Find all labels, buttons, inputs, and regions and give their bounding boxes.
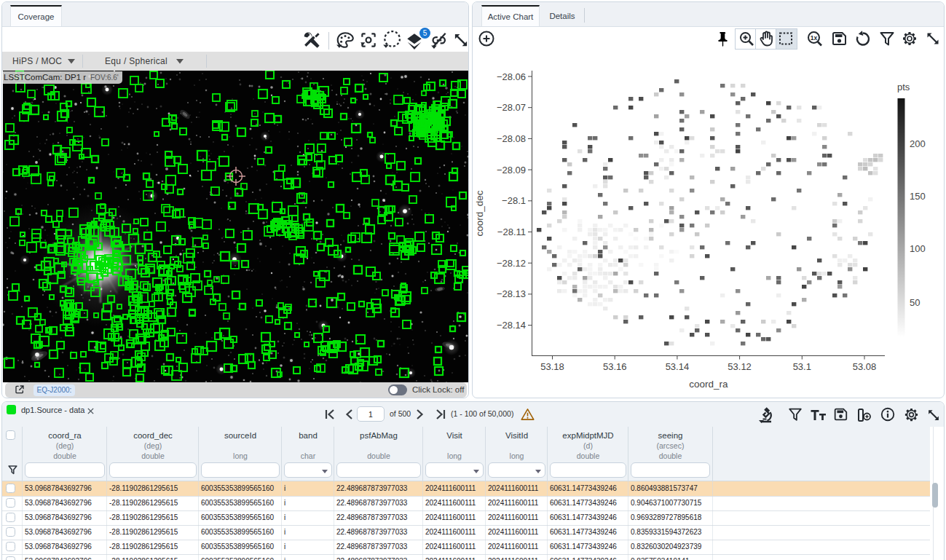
svg-text:53.18: 53.18: [540, 361, 564, 372]
svg-text:−28.13: −28.13: [497, 288, 526, 299]
svg-text:53.1: 53.1: [793, 361, 811, 372]
svg-text:−28.06: −28.06: [497, 71, 526, 82]
svg-text:coord_ra: coord_ra: [689, 379, 728, 390]
svg-text:−28.11: −28.11: [497, 226, 526, 237]
svg-text:53.16: 53.16: [603, 361, 627, 372]
svg-text:pts: pts: [897, 82, 910, 92]
svg-text:−28.14: −28.14: [497, 320, 526, 331]
svg-text:−28.07: −28.07: [497, 102, 526, 113]
svg-text:−28.1: −28.1: [502, 195, 526, 206]
svg-text:150: 150: [910, 191, 926, 202]
svg-text:−28.12: −28.12: [497, 258, 526, 269]
svg-text:53.14: 53.14: [666, 361, 690, 372]
svg-text:53.08: 53.08: [853, 361, 877, 372]
svg-text:coord_dec: coord_dec: [474, 190, 485, 236]
svg-text:50: 50: [910, 297, 920, 308]
svg-text:53.12: 53.12: [728, 361, 752, 372]
svg-text:−28.09: −28.09: [497, 165, 526, 176]
svg-text:1x: 1x: [811, 34, 818, 42]
svg-text:200: 200: [910, 138, 926, 149]
svg-text:100: 100: [910, 243, 926, 254]
svg-text:−28.08: −28.08: [497, 133, 526, 144]
